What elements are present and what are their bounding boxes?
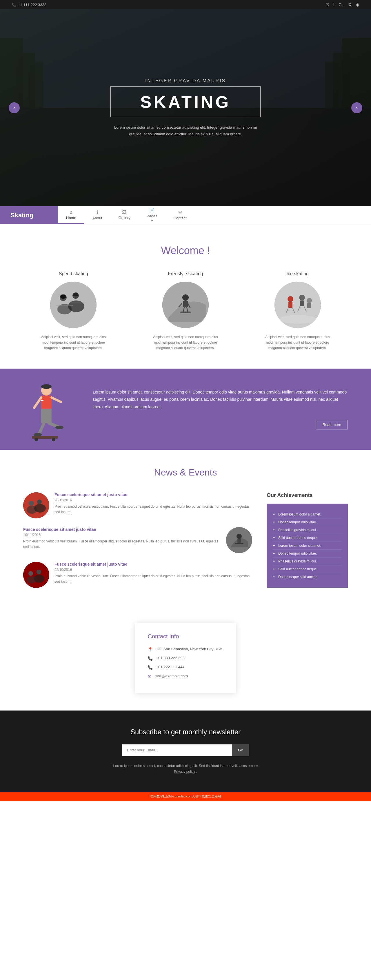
freestyle-skating-title: Freestyle skating [168,271,203,277]
phone1-icon: 📞 [148,656,153,661]
achievement-item-7: ✦Sitid auctor donec neque. [272,565,342,573]
svg-point-59 [237,534,242,539]
svg-point-49 [55,426,64,429]
nav-pages[interactable]: 📄 Pages ▾ [139,206,166,224]
contact-email-row: ✉ mail@example.com [148,674,223,679]
svg-rect-30 [288,302,293,308]
achievement-item-4: ✦Lorem ipsum dolor sit amet. [272,542,342,550]
news-item-2: Fusce scelerisque sit amet justo vitae 1… [23,527,252,553]
freestyle-skating-svg [162,282,209,328]
svg-rect-18 [69,302,85,303]
news-img-svg-3 [23,562,49,588]
news-item-1: Fusce scelerisque sit amet justo vitae 2… [23,492,252,519]
twitter-icon[interactable]: 𝕏 [326,2,329,7]
achievement-text-3: Sitid auctor donec neque. [278,536,318,540]
welcome-title: Welcome ! [23,245,348,257]
speed-skating-desc: Adipisci velit, sed quia non numquam eiu… [38,334,108,351]
navbar: Skating ⌂ Home ℹ About 🖼 Gallery 📄 Pages… [0,206,371,224]
nav-contact[interactable]: ✉ Contact [166,206,195,224]
news-content-3: Fusce scelerisque sit amet justo vitae 2… [54,562,252,584]
svg-point-52 [52,438,55,441]
nav-home[interactable]: ⌂ Home [58,206,84,224]
achievement-icon-0: ✦ [272,512,275,516]
subscribe-button[interactable]: Go [232,744,249,756]
contact-address-row: 📍 123 San Sebastian, New York City USA. [148,647,223,652]
svg-rect-21 [183,301,188,307]
achievement-item-3: ✦Sitid auctor donec neque. [272,534,342,542]
speed-skating-svg [50,282,97,328]
contact-section: Contact Info 📍 123 San Sebastian, New Yo… [0,605,371,711]
news-image-1 [23,492,49,519]
svg-point-16 [73,293,78,296]
rss-icon[interactable]: ◉ [356,2,360,7]
achievement-text-0: Lorem ipsum dolor sit amet. [278,512,321,516]
hero-content: INTEGER GRAVIDA MAURIS SKATING Lorem ips… [110,78,261,137]
skating-cards: Speed skating Adipisci velit, [23,271,348,351]
settings-icon[interactable]: ⚙ [348,2,352,7]
ice-skating-desc: Adipisci velit, sed quia non numquam eiu… [263,334,333,351]
achievement-icon-7: ✦ [272,567,275,571]
achievement-icon-2: ✦ [272,528,275,532]
achievement-icon-6: ✦ [272,559,275,563]
svg-point-56 [29,501,34,506]
nav-gallery[interactable]: 🖼 Gallery [110,206,139,224]
news-date-2: 10/11/2016 [23,533,221,537]
freestyle-skating-image [162,282,209,328]
news-link-3[interactable]: Fusce scelerisque sit amet justo vitae [54,562,252,566]
svg-point-28 [279,315,317,324]
news-link-2[interactable]: Fusce scelerisque sit amet justo vitae [23,527,221,532]
hero-section: ‹ INTEGER GRAVIDA MAURIS SKATING Lorem i… [0,9,371,206]
svg-point-33 [299,295,305,301]
contact-phone2-row: 📞 +01 222 111 444 [148,665,223,670]
privacy-link[interactable]: Privacy policy [174,770,195,774]
news-img-svg-2 [226,527,252,553]
achievement-text-1: Donec tempor odio vitae. [278,520,317,524]
svg-rect-45 [41,409,52,423]
achievement-text-8: Donec neque sitid auctor. [278,575,317,579]
speed-skating-image [50,282,97,328]
achievements-title: Our Achievements [267,492,348,498]
svg-rect-34 [300,301,304,306]
svg-point-51 [35,438,38,441]
info-icon: ℹ [97,210,98,215]
svg-point-12 [68,301,84,312]
news-text-3: Proin euismod vehicula vestibulum. Fusce… [54,573,252,584]
svg-rect-38 [307,303,311,308]
email-icon: ✉ [148,674,151,679]
svg-point-65 [29,571,33,576]
svg-point-40 [41,384,52,389]
ice-skating-card: Ice skating [247,271,348,351]
achievement-item-5: ✦Donec tempor odio vitae. [272,550,342,557]
read-more-button[interactable]: Read more [316,420,348,430]
speed-skating-title: Speed skating [59,271,88,277]
subscribe-section: Subscribe to get monthly newsletter Go L… [0,711,371,792]
achievement-item-6: ✦Phasellus gravida mi dui. [272,557,342,565]
achievement-icon-5: ✦ [272,551,275,555]
achievement-icon-3: ✦ [272,536,275,540]
skater-svg [23,380,81,444]
news-image-2 [226,527,252,553]
contact-address: 123 San Sebastian, New York City USA. [156,647,223,651]
facebook-icon[interactable]: f [333,2,334,7]
achievement-item-0: ✦Lorem ipsum dolor sit amet. [272,511,342,519]
hero-title-box: SKATING [110,86,261,117]
svg-line-44 [52,398,61,402]
contact-phone2: +01 222 111 444 [156,665,185,669]
email-input[interactable] [122,744,232,756]
googleplus-icon[interactable]: G+ [339,2,344,7]
ice-skating-svg [274,282,321,328]
news-link-1[interactable]: Fusce scelerisque sit amet justo vitae [54,492,252,497]
nav-about[interactable]: ℹ About [84,206,110,224]
contact-card: Contact Info 📍 123 San Sebastian, New Yo… [135,623,236,693]
achievement-text-6: Phasellus gravida mi dui. [278,559,317,563]
achievement-icon-8: ✦ [272,575,275,579]
svg-point-57 [37,500,42,504]
hero-prev-button[interactable]: ‹ [9,102,20,113]
svg-point-55 [34,504,46,512]
achievement-text-4: Lorem ipsum dolor sit amet. [278,544,321,548]
svg-rect-61 [235,543,244,544]
svg-point-62 [23,562,49,588]
hero-next-button[interactable]: › [351,102,362,113]
achievement-text-2: Phasellus gravida mi dui. [278,528,317,532]
news-image-3 [23,562,49,588]
